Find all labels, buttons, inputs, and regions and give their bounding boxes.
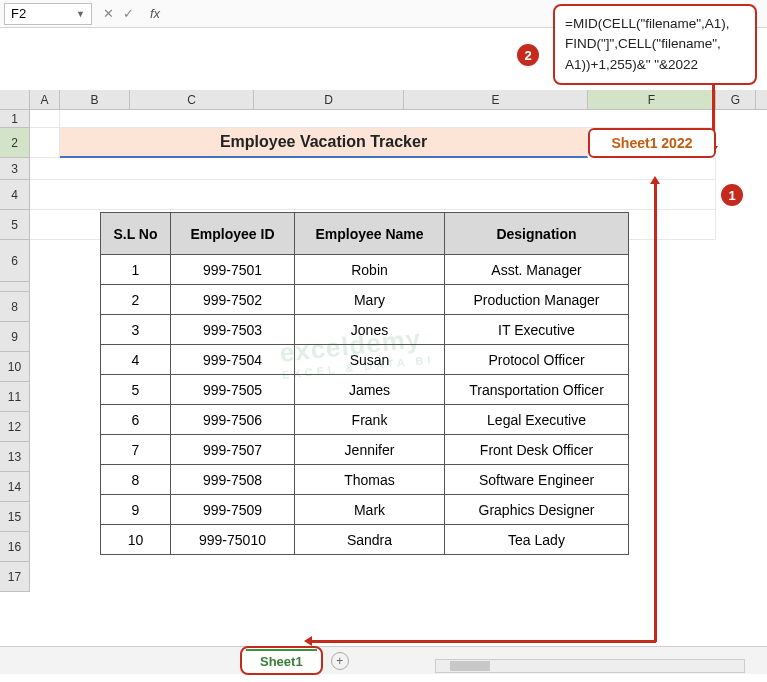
- table-cell-des[interactable]: Software Engineer: [445, 465, 629, 495]
- row-header-15[interactable]: 15: [0, 502, 30, 532]
- table-cell-sl[interactable]: 9: [101, 495, 171, 525]
- row-header-9[interactable]: 9: [0, 322, 30, 352]
- table-cell-name[interactable]: James: [295, 375, 445, 405]
- table-cell-name[interactable]: Mary: [295, 285, 445, 315]
- th-des[interactable]: Designation: [445, 213, 629, 255]
- annotation-arrowhead-icon: [304, 636, 312, 646]
- cell-F2[interactable]: Sheet1 2022: [588, 128, 716, 158]
- col-header-E[interactable]: E: [404, 90, 588, 109]
- table-cell-sl[interactable]: 2: [101, 285, 171, 315]
- cell-range-B1[interactable]: [60, 110, 716, 128]
- name-box[interactable]: F2 ▼: [4, 3, 92, 25]
- fx-icon[interactable]: fx: [150, 6, 160, 21]
- name-box-value: F2: [11, 6, 26, 21]
- col-header-G[interactable]: G: [716, 90, 756, 109]
- row-headers: 1 2 3 4 5 6 7 8 9 10 11 12 13 14 15 16 1…: [0, 110, 30, 592]
- table-cell-sl[interactable]: 1: [101, 255, 171, 285]
- row-header-17[interactable]: 17: [0, 562, 30, 592]
- add-sheet-button[interactable]: +: [331, 652, 349, 670]
- row-header-14[interactable]: 14: [0, 472, 30, 502]
- row-header-13[interactable]: 13: [0, 442, 30, 472]
- table-cell-des[interactable]: Protocol Officer: [445, 345, 629, 375]
- col-header-B[interactable]: B: [60, 90, 130, 109]
- row-header-3[interactable]: 3: [0, 158, 30, 180]
- col-header-A[interactable]: A: [30, 90, 60, 109]
- annotation-arrowhead-icon: [650, 176, 660, 184]
- row-header-1[interactable]: 1: [0, 110, 30, 128]
- row-header-11[interactable]: 11: [0, 382, 30, 412]
- row-header-5[interactable]: 5: [0, 210, 30, 240]
- table-cell-eid[interactable]: 999-7504: [171, 345, 295, 375]
- title-cell[interactable]: Employee Vacation Tracker: [60, 128, 588, 158]
- cell-range-row4[interactable]: [30, 180, 716, 210]
- formula-callout: =MID(CELL("filename",A1), FIND("]",CELL(…: [553, 4, 757, 85]
- row-header-10[interactable]: 10: [0, 352, 30, 382]
- row-header-16[interactable]: 16: [0, 532, 30, 562]
- chevron-down-icon[interactable]: ▼: [76, 9, 85, 19]
- row-header-6[interactable]: 6: [0, 240, 30, 282]
- table-cell-des[interactable]: Graphics Designer: [445, 495, 629, 525]
- grid-area: 1 2 3 4 5 6 7 8 9 10 11 12 13 14 15 16 1…: [0, 110, 767, 240]
- table-cell-eid[interactable]: 999-7501: [171, 255, 295, 285]
- table-cell-sl[interactable]: 4: [101, 345, 171, 375]
- row-header-12[interactable]: 12: [0, 412, 30, 442]
- annotation-badge-1: 1: [721, 184, 743, 206]
- row-header-4[interactable]: 4: [0, 180, 30, 210]
- horizontal-scrollbar[interactable]: [435, 659, 745, 673]
- table-cell-des[interactable]: IT Executive: [445, 315, 629, 345]
- table-cell-eid[interactable]: 999-7508: [171, 465, 295, 495]
- table-cell-des[interactable]: Front Desk Officer: [445, 435, 629, 465]
- confirm-icon[interactable]: ✓: [120, 6, 136, 21]
- cancel-icon[interactable]: ✕: [100, 6, 116, 21]
- formula-line-2: FIND("]",CELL("filename",: [565, 34, 745, 54]
- row-header-8[interactable]: 8: [0, 292, 30, 322]
- table-cell-sl[interactable]: 8: [101, 465, 171, 495]
- table-cell-name[interactable]: Jones: [295, 315, 445, 345]
- sheet-tab[interactable]: Sheet1: [246, 649, 317, 672]
- col-header-C[interactable]: C: [130, 90, 254, 109]
- table-cell-name[interactable]: Robin: [295, 255, 445, 285]
- table-cell-name[interactable]: Mark: [295, 495, 445, 525]
- table-cell-des[interactable]: Tea Lady: [445, 525, 629, 555]
- table-cell-des[interactable]: Asst. Manager: [445, 255, 629, 285]
- th-eid[interactable]: Employee ID: [171, 213, 295, 255]
- table-cell-eid[interactable]: 999-7503: [171, 315, 295, 345]
- table-row: 1999-7501RobinAsst. Manager: [101, 255, 629, 285]
- table-cell-name[interactable]: Jennifer: [295, 435, 445, 465]
- table-cell-eid[interactable]: 999-7509: [171, 495, 295, 525]
- scrollbar-thumb[interactable]: [450, 661, 490, 671]
- row-header-2[interactable]: 2: [0, 128, 30, 158]
- table-cell-des[interactable]: Transportation Officer: [445, 375, 629, 405]
- table-cell-name[interactable]: Susan: [295, 345, 445, 375]
- table-cell-eid[interactable]: 999-7506: [171, 405, 295, 435]
- table-row: 2999-7502MaryProduction Manager: [101, 285, 629, 315]
- select-all-corner[interactable]: [0, 90, 30, 109]
- table-cell-eid[interactable]: 999-7505: [171, 375, 295, 405]
- table-row: 6999-7506FrankLegal Executive: [101, 405, 629, 435]
- cell-range-row3[interactable]: [30, 158, 716, 180]
- table-row: 9999-7509MarkGraphics Designer: [101, 495, 629, 525]
- table-cell-sl[interactable]: 7: [101, 435, 171, 465]
- formula-line-3: A1))+1,255)&" "&2022: [565, 55, 745, 75]
- cell-A2[interactable]: [30, 128, 60, 158]
- table-cell-name[interactable]: Thomas: [295, 465, 445, 495]
- table-cell-sl[interactable]: 6: [101, 405, 171, 435]
- table-cell-eid[interactable]: 999-7502: [171, 285, 295, 315]
- table-row: 4999-7504SusanProtocol Officer: [101, 345, 629, 375]
- col-header-D[interactable]: D: [254, 90, 404, 109]
- table-cell-name[interactable]: Sandra: [295, 525, 445, 555]
- table-cell-name[interactable]: Frank: [295, 405, 445, 435]
- table-cell-sl[interactable]: 5: [101, 375, 171, 405]
- th-sl[interactable]: S.L No: [101, 213, 171, 255]
- table-cell-sl[interactable]: 3: [101, 315, 171, 345]
- table-cell-des[interactable]: Production Manager: [445, 285, 629, 315]
- table-cell-des[interactable]: Legal Executive: [445, 405, 629, 435]
- cell-A1[interactable]: [30, 110, 60, 128]
- th-name[interactable]: Employee Name: [295, 213, 445, 255]
- table-cell-eid[interactable]: 999-7507: [171, 435, 295, 465]
- table-cell-sl[interactable]: 10: [101, 525, 171, 555]
- row-header-7[interactable]: 7: [0, 282, 30, 292]
- table-cell-eid[interactable]: 999-75010: [171, 525, 295, 555]
- sheet-tab-highlight: Sheet1: [240, 646, 323, 675]
- col-header-F[interactable]: F: [588, 90, 716, 109]
